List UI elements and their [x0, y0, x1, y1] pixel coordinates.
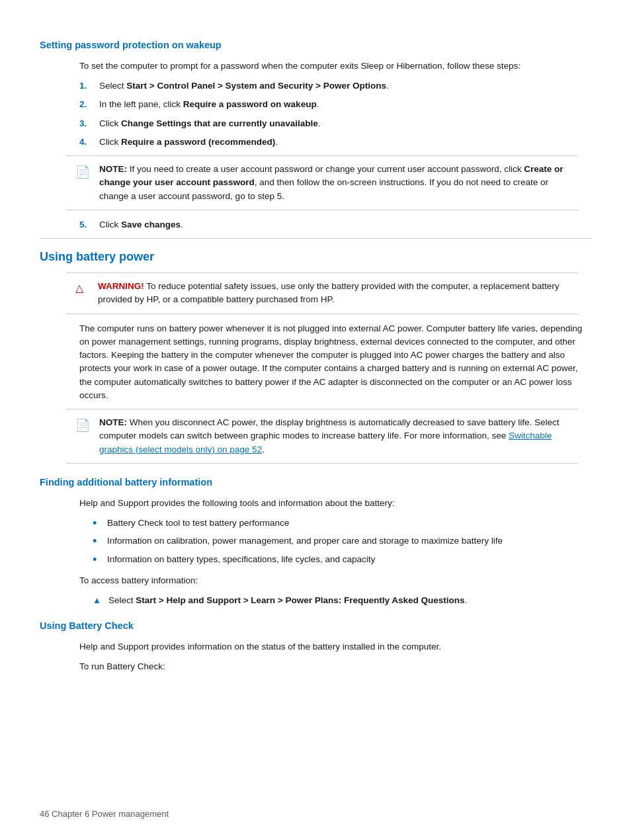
- battery-note-box: 📄 NOTE: When you disconnect AC power, th…: [66, 409, 578, 464]
- bullet-item-3: • Information on battery types, specific…: [93, 553, 591, 567]
- bullet-item-2: • Information on calibration, power mana…: [93, 534, 591, 549]
- battery-note-text: NOTE: When you disconnect AC power, the …: [99, 416, 569, 456]
- bullet-dot-1: •: [93, 517, 101, 531]
- footer-page-number: 46: [40, 809, 49, 819]
- battery-warning-text: WARNING! To reduce potential safety issu…: [98, 280, 569, 307]
- bullet-item-1: • Battery Check tool to test battery per…: [93, 517, 591, 531]
- using-battery-power-heading: Using battery power: [40, 238, 591, 266]
- setting-password-intro: To set the computer to prompt for a pass…: [79, 60, 591, 73]
- using-battery-check-heading: Using Battery Check: [40, 619, 591, 634]
- using-battery-check-paragraph2: To run Battery Check:: [79, 660, 591, 673]
- note-icon: 📄: [75, 163, 93, 181]
- bullet-text-3: Information on battery types, specificat…: [107, 553, 375, 566]
- password-note-box: 📄 NOTE: If you need to create a user acc…: [66, 155, 578, 210]
- step-4-number: 4.: [79, 136, 91, 149]
- step-5: 5. Click Save changes.: [79, 218, 591, 231]
- battery-info-bullets: • Battery Check tool to test battery per…: [93, 517, 591, 567]
- bullet-text-1: Battery Check tool to test battery perfo…: [107, 517, 289, 530]
- step-5-list: 5. Click Save changes.: [79, 218, 591, 231]
- step-5-number: 5.: [79, 218, 91, 231]
- battery-warning-box: △ WARNING! To reduce potential safety is…: [66, 273, 578, 314]
- step-3-number: 3.: [79, 117, 91, 130]
- step-1-text: Select Start > Control Panel > System an…: [99, 79, 389, 93]
- step-3-text: Click Change Settings that are currently…: [99, 117, 321, 130]
- bullet-dot-3: •: [93, 553, 101, 567]
- finding-battery-info-section: Finding additional battery information H…: [40, 476, 591, 607]
- finding-battery-info-intro: Help and Support provides the following …: [79, 497, 591, 510]
- step-2-number: 2.: [79, 98, 91, 111]
- step-4: 4. Click Require a password (recommended…: [79, 136, 591, 149]
- setting-password-steps: 1. Select Start > Control Panel > System…: [79, 79, 591, 149]
- triangle-bullet: ▲: [93, 594, 102, 607]
- finding-battery-info-heading: Finding additional battery information: [40, 476, 591, 490]
- step-2-text: In the left pane, click Require a passwo…: [99, 98, 319, 111]
- triangle-item: ▲ Select Start > Help and Support > Lear…: [93, 594, 591, 607]
- bullet-dot-2: •: [93, 534, 101, 549]
- battery-power-paragraph: The computer runs on battery power whene…: [79, 322, 591, 403]
- setting-password-section: Setting password protection on wakeup To…: [40, 38, 591, 231]
- step-1: 1. Select Start > Control Panel > System…: [79, 79, 591, 93]
- step-2: 2. In the left pane, click Require a pas…: [79, 98, 591, 111]
- step-5-text: Click Save changes.: [99, 218, 183, 231]
- password-note-text: NOTE: If you need to create a user accou…: [99, 163, 569, 203]
- footer-chapter-text: Chapter 6 Power management: [52, 809, 169, 819]
- using-battery-check-paragraph1: Help and Support provides information on…: [79, 640, 591, 653]
- bullet-text-2: Information on calibration, power manage…: [107, 534, 503, 548]
- page-footer: 46 Chapter 6 Power management: [40, 808, 169, 821]
- step-3: 3. Click Change Settings that are curren…: [79, 117, 591, 130]
- using-battery-check-section: Using Battery Check Help and Support pro…: [40, 619, 591, 673]
- warning-icon: △: [75, 280, 91, 296]
- battery-info-triangle-list: ▲ Select Start > Help and Support > Lear…: [93, 594, 591, 607]
- using-battery-power-section: Using battery power △ WARNING! To reduce…: [40, 238, 591, 464]
- access-battery-info-text: To access battery information:: [79, 574, 591, 587]
- note-icon-2: 📄: [75, 417, 93, 435]
- setting-password-heading: Setting password protection on wakeup: [40, 38, 591, 53]
- step-1-number: 1.: [79, 79, 91, 93]
- step-4-text: Click Require a password (recommended).: [99, 136, 278, 149]
- page: Setting password protection on wakeup To…: [0, 0, 631, 840]
- triangle-item-text: Select Start > Help and Support > Learn …: [108, 594, 467, 607]
